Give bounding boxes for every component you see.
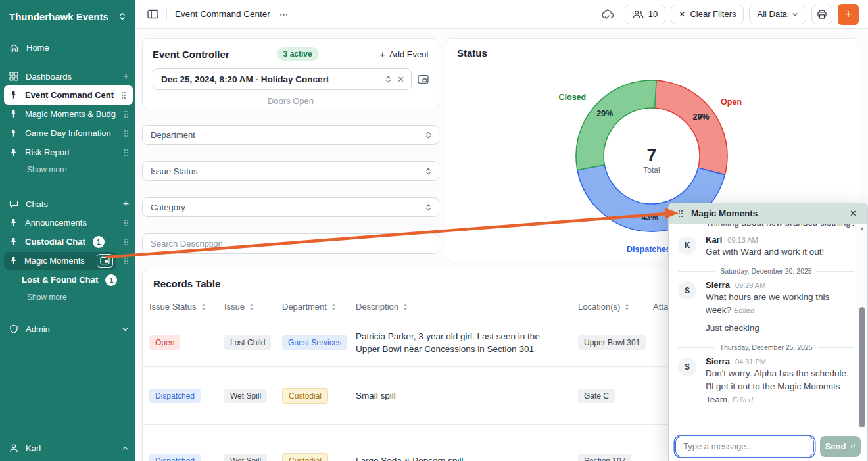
filter-label: Department [151, 130, 425, 140]
chat-popup-header[interactable]: Magic Moments — ✕ [669, 203, 867, 224]
donut-segment-closed[interactable] [576, 80, 656, 170]
chevron-updown-icon[interactable] [118, 12, 126, 21]
scroll-thumb[interactable] [859, 307, 865, 427]
home-icon [9, 43, 19, 53]
sidebar-item-label: Game Day Information [25, 128, 116, 138]
clear-filters-button[interactable]: ✕ Clear Filters [671, 5, 744, 24]
open-popup-icon[interactable] [418, 74, 429, 84]
chat-title: Magic Moments [691, 208, 817, 218]
chat-message: S Sierra04:31 PM Don't worry. Alpha has … [678, 356, 857, 406]
issue-status-filter[interactable]: Issue Status [142, 161, 439, 181]
department-filter[interactable]: Department [142, 125, 439, 145]
collaborators-count: 10 [648, 9, 658, 19]
sidebar-item-label: Announcements [25, 218, 116, 228]
show-more-chats[interactable]: Show more [0, 289, 135, 305]
donut-center-value: 7 [646, 145, 656, 165]
sidebar-item-magic-moments[interactable]: Magic Moments [0, 251, 135, 270]
drag-handle-icon[interactable] [124, 219, 129, 227]
sidebar-item-admin[interactable]: Admin [0, 320, 135, 338]
shield-icon [9, 324, 18, 333]
donut-segment-open[interactable] [652, 80, 727, 175]
sender-name: Karl [706, 235, 722, 245]
chat-scrollbar[interactable]: ▲ ▼ [857, 225, 867, 429]
sort-icon[interactable] [331, 303, 337, 311]
sidebar-section-dashboards[interactable]: Dashboards + [0, 67, 135, 85]
sort-icon[interactable] [249, 303, 254, 311]
send-button[interactable]: Send [820, 436, 861, 457]
edited-label: Edited [734, 306, 754, 314]
sidebar-item-label: Home [26, 43, 129, 53]
status-badge: Open [149, 335, 180, 350]
workspace-switcher[interactable]: Thunderhawk Events [0, 0, 135, 33]
chevron-updown-icon [425, 203, 432, 212]
column-header-issue[interactable]: Issue [224, 302, 282, 312]
show-more-dashboards[interactable]: Show more [0, 162, 135, 178]
drag-handle-icon[interactable] [678, 210, 683, 218]
open-popup-icon[interactable] [97, 254, 113, 268]
filter-label: Issue Status [151, 166, 425, 176]
drag-handle-icon[interactable] [124, 257, 129, 265]
event-select[interactable]: Dec 25, 2024, 8:20 AM - Holiday Concert … [153, 68, 412, 90]
column-header-description[interactable]: Description [356, 302, 578, 312]
collaborators-button[interactable]: 10 [625, 5, 665, 24]
person-icon [9, 443, 18, 452]
print-button[interactable] [811, 5, 832, 24]
event-status-text: Doors Open [153, 96, 429, 106]
sidebar-item-risk-report[interactable]: Risk Report [0, 143, 135, 162]
magic-moments-highlight[interactable]: Magic Moments [4, 252, 116, 270]
sidebar-item-game-day-information[interactable]: Game Day Information [0, 124, 135, 143]
add-event-label: Add Event [389, 49, 429, 59]
chat-message-input[interactable] [675, 437, 814, 456]
sidebar-item-event-command-center[interactable]: Event Command Center [4, 85, 133, 105]
pin-icon [9, 256, 18, 265]
sidebar-item-announcements[interactable]: Announcements [0, 213, 135, 232]
add-event-button[interactable]: + Add Event [379, 49, 429, 60]
drag-handle-icon[interactable] [124, 238, 129, 246]
chat-icon [9, 199, 18, 208]
date-divider-text: Thursday, December 25, 2025 [719, 343, 812, 351]
chevron-down-icon [792, 11, 798, 18]
cloud-sync-icon [601, 9, 615, 20]
scroll-track[interactable] [857, 233, 867, 422]
location-badge: Gate C [578, 389, 615, 403]
user-menu[interactable]: Karl [0, 435, 135, 461]
scroll-up-icon[interactable]: ▲ [859, 225, 865, 233]
category-filter[interactable]: Category [142, 197, 439, 217]
minimize-button[interactable]: — [825, 208, 839, 218]
chevron-updown-icon[interactable] [385, 75, 392, 84]
overflow-menu-button[interactable]: ⋯ [279, 9, 289, 20]
drag-handle-icon[interactable] [124, 130, 129, 137]
message-text: Get with Ward and work it out! [706, 245, 857, 258]
sidebar-item-custodial-chat[interactable]: Custodial Chat 1 [0, 232, 135, 251]
clear-icon: ✕ [679, 10, 685, 19]
column-header-locations[interactable]: Location(s) [578, 302, 653, 312]
sort-icon[interactable] [624, 303, 630, 311]
column-header-issue-status[interactable]: Issue Status [149, 302, 224, 312]
sidebar-item-lost-found-chat[interactable]: Lost & Found Chat 1 [0, 270, 135, 289]
search-description-wrapper [142, 233, 439, 254]
drag-handle-icon[interactable] [124, 110, 129, 118]
chat-message-list[interactable]: Thinking about new branded clothing? K K… [669, 224, 857, 431]
sidebar-toggle-icon[interactable] [147, 9, 158, 19]
sort-icon[interactable] [201, 303, 206, 311]
add-dashboard-button[interactable]: + [123, 70, 129, 82]
drag-handle-icon[interactable] [124, 149, 129, 157]
segment-name-label: Open [721, 97, 742, 107]
message-time: 04:31 PM [735, 358, 766, 366]
panel-title: Event Controller [153, 49, 229, 60]
clear-event-icon[interactable]: ✕ [397, 74, 404, 84]
add-chat-button[interactable]: + [123, 198, 129, 210]
sort-icon[interactable] [402, 303, 408, 311]
sidebar-item-magic-moments-budget[interactable]: Magic Moments & Budget [0, 105, 135, 124]
page-title: Event Command Center [175, 9, 270, 19]
search-description-input[interactable] [142, 233, 439, 254]
column-header-department[interactable]: Department [282, 302, 356, 312]
sender-name: Sierra [706, 280, 730, 290]
sidebar-item-home[interactable]: Home [0, 38, 135, 57]
close-button[interactable]: ✕ [847, 208, 859, 218]
sidebar-section-chats[interactable]: Chats + [0, 195, 135, 213]
data-scope-dropdown[interactable]: All Data [749, 5, 806, 24]
add-record-button[interactable]: + [838, 4, 859, 25]
segment-percent-label: 43% [641, 213, 658, 222]
drag-handle-icon[interactable] [121, 91, 126, 99]
